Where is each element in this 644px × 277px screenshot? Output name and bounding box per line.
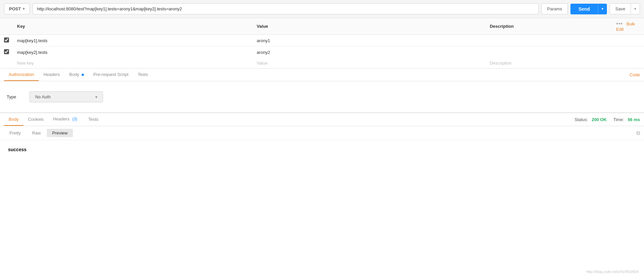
res-tab-headers[interactable]: Headers (3) [48, 113, 84, 126]
tab-headers[interactable]: Headers [39, 69, 65, 81]
send-dropdown-button[interactable]: ▾ [598, 4, 607, 14]
auth-chevron-icon: ▾ [95, 95, 97, 99]
send-button[interactable]: Send [570, 4, 598, 14]
auth-type-select[interactable]: No Auth ▾ [29, 91, 103, 102]
tab-body[interactable]: Body [65, 69, 89, 81]
row-value-0: arony1 [253, 35, 486, 47]
send-btn-group: Send ▾ [570, 4, 607, 14]
tab-authorization[interactable]: Authorization [4, 69, 39, 81]
response-tabs: Body Cookies Headers (3) Tests Status: 2… [0, 113, 644, 126]
new-param-row: New key Value Description [0, 58, 644, 68]
dots-icon: ••• [616, 21, 623, 26]
url-input[interactable] [32, 3, 539, 14]
row-key-0: map[key1].tests [13, 35, 253, 47]
copy-icon[interactable]: ⧉ [636, 130, 640, 136]
params-button[interactable]: Params [541, 3, 568, 14]
th-key: Key [13, 18, 253, 35]
top-bar: POST ▾ Params Send ▾ Save ▾ [0, 0, 644, 18]
response-content: success [8, 147, 636, 152]
row-desc-0 [486, 35, 612, 47]
status-value: 200 OK [592, 117, 607, 122]
row-value-1: arony2 [253, 47, 486, 58]
row-checkbox-0[interactable] [4, 37, 9, 42]
new-value-placeholder: Value [257, 61, 267, 66]
auth-type-label: Type [7, 94, 16, 99]
auth-section: Type No Auth ▾ [0, 81, 644, 113]
row-desc-1 [486, 47, 612, 58]
code-link[interactable]: Code [630, 72, 640, 77]
new-desc-placeholder: Description [490, 61, 512, 66]
response-body: success [0, 140, 644, 159]
params-table: Key Value Description ••• Bulk Edit map[… [0, 18, 644, 68]
method-chevron: ▾ [23, 7, 25, 11]
time-value: 56 ms [628, 117, 640, 122]
tab-tests[interactable]: Tests [133, 69, 152, 81]
request-tabs: Authorization Headers Body Pre-request S… [0, 69, 644, 81]
tab-pre-request-script[interactable]: Pre-request Script [89, 69, 133, 81]
headers-badge: (3) [71, 116, 79, 122]
params-section: Key Value Description ••• Bulk Edit map[… [0, 18, 644, 69]
th-description: Description [486, 18, 612, 35]
auth-selected-value: No Auth [35, 94, 50, 99]
new-key-placeholder: New key [17, 61, 34, 66]
view-tab-pretty[interactable]: Pretty [4, 129, 26, 137]
table-row: map[key2].tests arony2 [0, 47, 644, 58]
row-key-1: map[key2].tests [13, 47, 253, 58]
res-tab-body[interactable]: Body [4, 113, 23, 126]
status-area: Status: 200 OK Time: 56 ms [574, 117, 640, 122]
th-actions: ••• Bulk Edit [612, 18, 644, 35]
time-label: Time: 56 ms [613, 117, 640, 122]
save-dropdown-button[interactable]: ▾ [631, 4, 640, 14]
view-tabs: Pretty Raw Preview ⧉ [0, 126, 644, 140]
res-tab-tests[interactable]: Tests [84, 113, 103, 126]
status-label: Status: 200 OK [574, 117, 607, 122]
res-tab-cookies[interactable]: Cookies [23, 113, 48, 126]
method-select[interactable]: POST ▾ [4, 3, 30, 14]
th-value: Value [253, 18, 486, 35]
row-checkbox-1[interactable] [4, 49, 9, 54]
th-checkbox [0, 18, 13, 35]
save-button[interactable]: Save [610, 4, 631, 14]
auth-type-row: Type No Auth ▾ [7, 91, 637, 102]
body-dot [82, 74, 84, 76]
save-btn-group: Save ▾ [610, 3, 640, 14]
view-tab-preview[interactable]: Preview [47, 129, 73, 137]
view-tab-raw[interactable]: Raw [27, 129, 46, 137]
method-label: POST [9, 6, 21, 11]
table-row: map[key1].tests arony1 [0, 35, 644, 47]
